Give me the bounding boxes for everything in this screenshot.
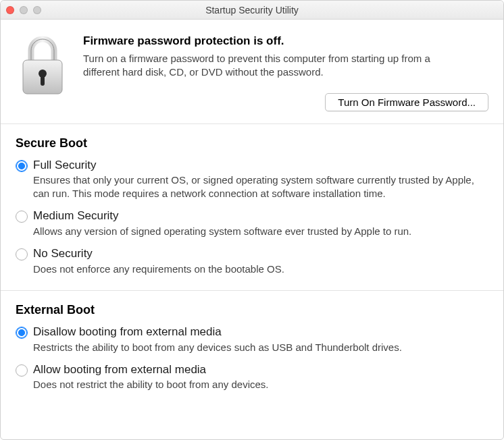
content-area: Firmware password protection is off. Tur… bbox=[1, 20, 503, 439]
firmware-password-section: Firmware password protection is off. Tur… bbox=[1, 20, 503, 124]
external-boot-section: External Boot Disallow booting from exte… bbox=[1, 291, 503, 406]
secure-boot-option-full[interactable]: Full Security Ensures that only your cur… bbox=[16, 159, 488, 200]
radio-description: Ensures that only your current OS, or si… bbox=[33, 173, 488, 200]
firmware-text: Firmware password protection is off. Tur… bbox=[83, 34, 488, 111]
radio-body: Disallow booting from external media Res… bbox=[33, 325, 488, 354]
secure-boot-option-medium[interactable]: Medium Security Allows any version of si… bbox=[16, 209, 488, 238]
window-title: Startup Security Utility bbox=[1, 5, 503, 16]
lock-icon-wrap bbox=[16, 34, 70, 111]
radio-label: Allow booting from external media bbox=[33, 363, 488, 377]
traffic-lights bbox=[6, 6, 41, 14]
radio-body: Medium Security Allows any version of si… bbox=[33, 209, 488, 238]
radio-description: Does not restrict the ability to boot fr… bbox=[33, 378, 488, 391]
external-boot-heading: External Boot bbox=[16, 303, 488, 317]
radio-icon[interactable] bbox=[16, 211, 28, 223]
window: Startup Security Utility bbox=[0, 0, 504, 440]
radio-icon[interactable] bbox=[16, 160, 28, 172]
firmware-button-row: Turn On Firmware Password... bbox=[83, 93, 488, 111]
radio-description: Allows any version of signed operating s… bbox=[33, 225, 488, 238]
external-boot-option-disallow[interactable]: Disallow booting from external media Res… bbox=[16, 325, 488, 354]
lock-icon bbox=[19, 34, 66, 97]
radio-icon[interactable] bbox=[16, 248, 28, 260]
secure-boot-heading: Secure Boot bbox=[16, 136, 488, 150]
turn-on-firmware-password-button[interactable]: Turn On Firmware Password... bbox=[325, 93, 488, 111]
zoom-icon bbox=[33, 6, 41, 14]
radio-label: Full Security bbox=[33, 159, 488, 172]
radio-body: No Security Does not enforce any require… bbox=[33, 247, 488, 275]
radio-label: No Security bbox=[33, 247, 488, 260]
radio-label: Disallow booting from external media bbox=[33, 325, 488, 339]
radio-icon[interactable] bbox=[16, 364, 28, 377]
radio-label: Medium Security bbox=[33, 209, 488, 223]
svg-rect-2 bbox=[41, 75, 45, 86]
radio-description: Restricts the ability to boot from any d… bbox=[33, 341, 488, 354]
firmware-description: Turn on a firmware password to prevent t… bbox=[83, 52, 461, 78]
secure-boot-option-none[interactable]: No Security Does not enforce any require… bbox=[16, 247, 488, 275]
radio-body: Allow booting from external media Does n… bbox=[33, 363, 488, 391]
radio-body: Full Security Ensures that only your cur… bbox=[33, 159, 488, 200]
firmware-heading: Firmware password protection is off. bbox=[83, 34, 488, 48]
external-boot-option-allow[interactable]: Allow booting from external media Does n… bbox=[16, 363, 488, 391]
radio-icon[interactable] bbox=[16, 327, 28, 339]
radio-description: Does not enforce any requirements on the… bbox=[33, 263, 488, 276]
titlebar: Startup Security Utility bbox=[1, 1, 503, 20]
close-icon[interactable] bbox=[6, 6, 14, 14]
secure-boot-section: Secure Boot Full Security Ensures that o… bbox=[1, 124, 503, 291]
minimize-icon bbox=[20, 6, 28, 14]
